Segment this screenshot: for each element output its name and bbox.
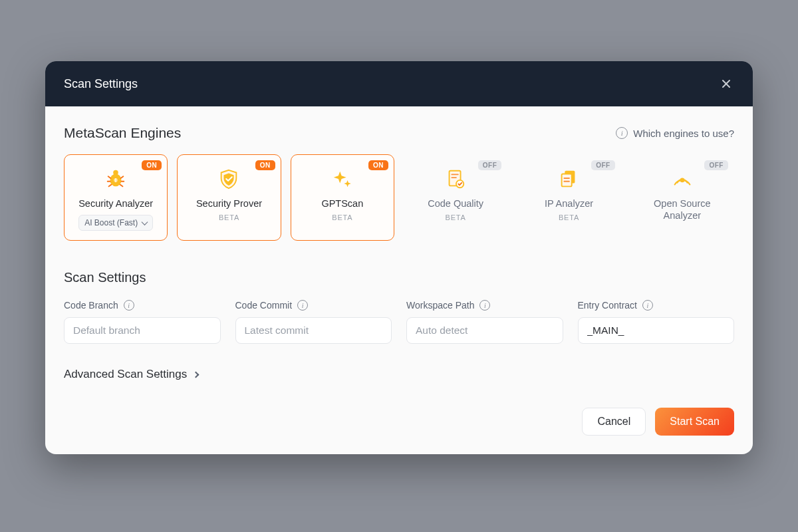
engines-header-row: MetaScan Engines i Which engines to use?	[64, 125, 734, 141]
advanced-label: Advanced Scan Settings	[64, 368, 187, 381]
status-badge: OFF	[591, 160, 615, 170]
engine-name: IP Analyzer	[545, 198, 593, 209]
scan-settings-title: Scan Settings	[64, 270, 734, 285]
code-commit-input[interactable]	[235, 317, 392, 344]
engine-name: Code Quality	[428, 198, 483, 209]
shield-icon	[217, 167, 241, 191]
engines-grid: ON ! Secur	[64, 154, 734, 241]
svg-point-5	[113, 170, 118, 176]
engine-name: Security Analyzer	[78, 198, 153, 209]
bug-icon: !	[104, 167, 128, 191]
svg-line-11	[120, 185, 123, 187]
advanced-settings-toggle[interactable]: Advanced Scan Settings	[64, 368, 198, 381]
svg-text:!: !	[115, 177, 117, 184]
chevron-right-icon	[193, 371, 200, 378]
engine-card-gptscan[interactable]: ON GPTScan BETA	[291, 154, 394, 241]
scan-settings-modal: Scan Settings MetaScan Engines i Which e…	[45, 61, 753, 454]
modal-header: Scan Settings	[45, 61, 753, 106]
ai-boost-select[interactable]: AI Boost (Fast)	[78, 215, 153, 231]
field-workspace-path: Workspace Path i	[406, 300, 563, 344]
engines-help-link[interactable]: i Which engines to use?	[616, 127, 734, 139]
sparkles-icon	[331, 167, 354, 191]
cancel-button[interactable]: Cancel	[582, 408, 646, 436]
engine-beta-label: BETA	[559, 213, 579, 221]
close-button[interactable]	[718, 76, 734, 92]
modal-footer: Cancel Start Scan	[45, 408, 753, 454]
status-badge: OFF	[704, 160, 728, 170]
field-code-branch: Code Branch i	[64, 300, 221, 344]
scan-settings-section: Scan Settings Code Branch i Code Commit …	[64, 270, 734, 344]
svg-line-7	[121, 176, 124, 178]
info-icon[interactable]: i	[297, 300, 308, 311]
field-label: Entry Contract	[578, 300, 637, 311]
modal-body: MetaScan Engines i Which engines to use?…	[45, 106, 753, 408]
modal-title: Scan Settings	[64, 77, 138, 91]
svg-rect-17	[562, 174, 572, 186]
status-badge: OFF	[478, 160, 502, 170]
status-badge: ON	[255, 160, 275, 170]
field-label: Code Branch	[64, 300, 118, 311]
engine-card-ip-analyzer[interactable]: OFF IP Analyzer BETA	[517, 154, 620, 241]
status-badge: ON	[368, 160, 388, 170]
field-code-commit: Code Commit i	[235, 300, 392, 344]
entry-contract-input[interactable]	[578, 317, 735, 344]
svg-line-10	[109, 185, 112, 187]
field-entry-contract: Entry Contract i	[578, 300, 735, 344]
svg-line-6	[108, 176, 111, 178]
info-icon[interactable]: i	[479, 300, 490, 311]
engine-beta-label: BETA	[219, 213, 239, 221]
info-icon[interactable]: i	[124, 300, 134, 311]
status-badge: ON	[142, 160, 162, 170]
engine-card-security-analyzer[interactable]: ON ! Secur	[64, 154, 168, 241]
workspace-path-input[interactable]	[406, 317, 563, 344]
engine-beta-label: BETA	[446, 213, 466, 221]
start-scan-button[interactable]: Start Scan	[655, 408, 734, 436]
code-branch-input[interactable]	[64, 317, 221, 344]
engine-card-code-quality[interactable]: OFF Code Quality BETA	[404, 154, 507, 241]
engine-name: GPTScan	[321, 198, 363, 209]
field-label: Workspace Path	[406, 300, 474, 311]
close-icon	[721, 78, 732, 89]
engine-name: Open Source Analyzer	[636, 198, 728, 221]
info-icon[interactable]: i	[642, 300, 653, 311]
radar-icon	[670, 167, 694, 191]
engines-title: MetaScan Engines	[64, 125, 181, 141]
engines-help-text: Which engines to use?	[633, 128, 734, 139]
document-check-icon	[444, 167, 467, 191]
engine-card-open-source-analyzer[interactable]: OFF Open Source Analyzer	[630, 154, 734, 241]
info-icon: i	[616, 127, 628, 139]
files-icon	[557, 167, 581, 191]
field-label: Code Commit	[235, 300, 293, 311]
engine-beta-label: BETA	[332, 213, 352, 221]
engine-name: Security Prover	[196, 198, 262, 209]
settings-fields: Code Branch i Code Commit i Workspace Pa…	[64, 300, 734, 344]
engine-card-security-prover[interactable]: ON Security Prover BETA	[177, 154, 281, 241]
